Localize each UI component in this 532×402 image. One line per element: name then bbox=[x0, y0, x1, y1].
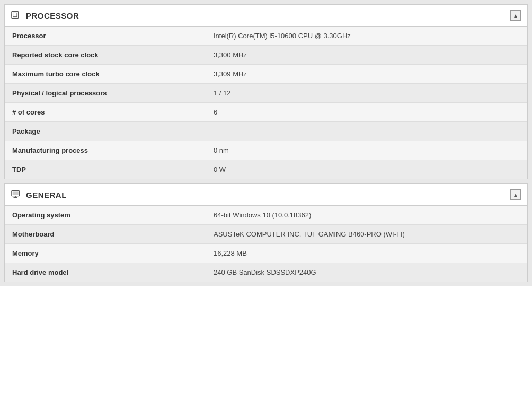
table-row: Reported stock core clock 3,300 MHz bbox=[5, 46, 527, 65]
row-value bbox=[206, 122, 527, 141]
processor-table: Processor Intel(R) Core(TM) i5-10600 CPU… bbox=[5, 27, 527, 179]
general-collapse-button[interactable]: ▲ bbox=[510, 189, 521, 200]
row-label: TDP bbox=[5, 160, 206, 179]
general-header: GENERAL ▲ bbox=[5, 184, 527, 206]
row-value: ASUSTeK COMPUTER INC. TUF GAMING B460-PR… bbox=[206, 225, 527, 244]
row-value: 3,309 MHz bbox=[206, 65, 527, 84]
processor-title: PROCESSOR bbox=[11, 11, 79, 21]
row-value: 64-bit Windows 10 (10.0.18362) bbox=[206, 206, 527, 225]
row-label: Operating system bbox=[5, 206, 206, 225]
general-icon bbox=[11, 190, 22, 200]
table-row: Package bbox=[5, 122, 527, 141]
row-label: Physical / logical processors bbox=[5, 84, 206, 103]
table-row: TDP 0 W bbox=[5, 160, 527, 179]
svg-rect-17 bbox=[13, 191, 19, 195]
table-row: Motherboard ASUSTeK COMPUTER INC. TUF GA… bbox=[5, 225, 527, 244]
row-label: Maximum turbo core clock bbox=[5, 65, 206, 84]
general-section: GENERAL ▲ Operating system 64-bit Window… bbox=[4, 183, 528, 282]
row-value: 240 GB SanDisk SDSSDXP240G bbox=[206, 263, 527, 282]
processor-collapse-button[interactable]: ▲ bbox=[510, 10, 521, 21]
row-value: 1 / 12 bbox=[206, 84, 527, 103]
row-label: Motherboard bbox=[5, 225, 206, 244]
row-label: Manufacturing process bbox=[5, 141, 206, 160]
row-label: Reported stock core clock bbox=[5, 46, 206, 65]
row-label: Memory bbox=[5, 244, 206, 263]
svg-rect-0 bbox=[12, 11, 19, 18]
processor-section: PROCESSOR ▲ Processor Intel(R) Core(TM) … bbox=[4, 4, 528, 179]
row-value: 16,228 MB bbox=[206, 244, 527, 263]
row-value: 3,300 MHz bbox=[206, 46, 527, 65]
processor-title-text: PROCESSOR bbox=[26, 11, 79, 20]
row-label: Package bbox=[5, 122, 206, 141]
svg-rect-1 bbox=[13, 13, 17, 16]
processor-header: PROCESSOR ▲ bbox=[5, 5, 527, 27]
processor-icon bbox=[11, 11, 22, 21]
row-value: 0 nm bbox=[206, 141, 527, 160]
table-row: Maximum turbo core clock 3,309 MHz bbox=[5, 65, 527, 84]
row-value: Intel(R) Core(TM) i5-10600 CPU @ 3.30GHz bbox=[206, 27, 527, 46]
row-label: Hard drive model bbox=[5, 263, 206, 282]
table-row: Manufacturing process 0 nm bbox=[5, 141, 527, 160]
table-row: Physical / logical processors 1 / 12 bbox=[5, 84, 527, 103]
table-row: Memory 16,228 MB bbox=[5, 244, 527, 263]
general-title-text: GENERAL bbox=[26, 190, 67, 199]
table-row: # of cores 6 bbox=[5, 103, 527, 122]
table-row: Operating system 64-bit Windows 10 (10.0… bbox=[5, 206, 527, 225]
table-row: Hard drive model 240 GB SanDisk SDSSDXP2… bbox=[5, 263, 527, 282]
row-label: # of cores bbox=[5, 103, 206, 122]
general-table: Operating system 64-bit Windows 10 (10.0… bbox=[5, 206, 527, 282]
table-row: Processor Intel(R) Core(TM) i5-10600 CPU… bbox=[5, 27, 527, 46]
row-value: 6 bbox=[206, 103, 527, 122]
row-value: 0 W bbox=[206, 160, 527, 179]
row-label: Processor bbox=[5, 27, 206, 46]
general-title: GENERAL bbox=[11, 190, 67, 200]
